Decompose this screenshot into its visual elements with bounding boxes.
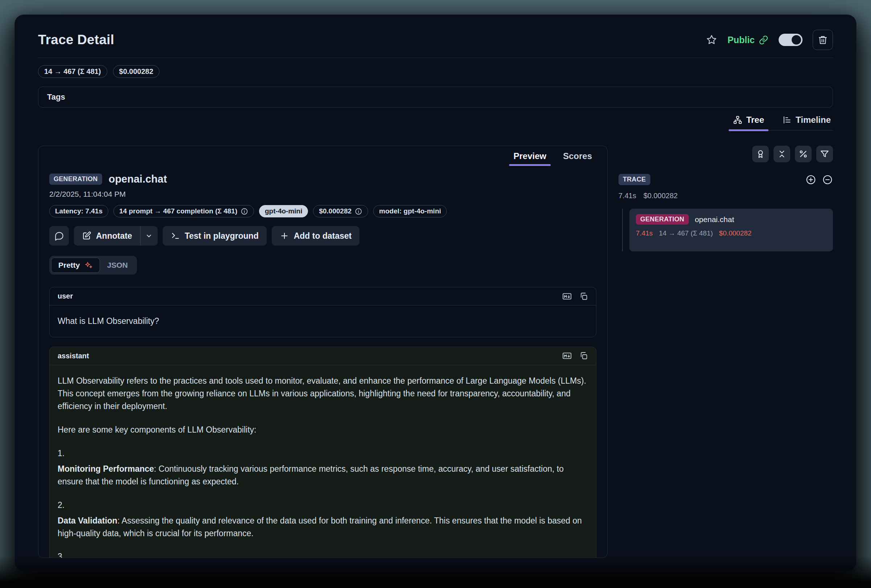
percent-icon xyxy=(799,149,808,159)
trash-icon xyxy=(818,35,828,45)
model-name-badge: model: gpt-4o-mini xyxy=(373,205,447,217)
cost-badge: $0.000282 xyxy=(313,205,368,217)
comment-icon xyxy=(54,231,64,241)
tree-icon xyxy=(733,115,742,125)
fold-vertical-icon xyxy=(777,149,787,159)
annotate-icon xyxy=(82,231,91,241)
observation-type-badge: GENERATION xyxy=(49,174,102,185)
star-icon[interactable] xyxy=(706,34,717,46)
terminal-icon xyxy=(171,231,180,241)
observation-title-row: GENERATION openai.chat xyxy=(49,173,596,185)
latency-badge: Latency: 7.41s xyxy=(49,205,108,217)
panel-tabs: Preview Scores xyxy=(49,146,596,166)
tree-node-wrap: GENERATION openai.chat 7.41s 14 → 467 (Σ… xyxy=(618,209,833,251)
main-content: Preview Scores GENERATION openai.chat 2/… xyxy=(38,146,833,558)
io-section: user What is LLM Observability? xyxy=(49,287,596,558)
tags-label: Tags xyxy=(47,93,65,102)
actions-row: Annotate Test in playground xyxy=(49,226,596,245)
public-link[interactable]: Public xyxy=(727,35,768,45)
tree-branch-line xyxy=(622,209,623,251)
tab-timeline-label: Timeline xyxy=(796,115,831,125)
tree-expand-controls xyxy=(805,174,833,185)
header-actions: Public xyxy=(706,30,833,50)
tab-tree[interactable]: Tree xyxy=(732,112,765,130)
model-pill-badge: gpt-4o-mini xyxy=(259,205,308,217)
annotate-dropdown[interactable] xyxy=(140,226,158,245)
markdown-toggle-icon[interactable] xyxy=(562,351,572,361)
sparkles-icon xyxy=(84,261,93,269)
token-usage-badge: 14 prompt → 467 completion (Σ 481) xyxy=(114,205,254,217)
annotate-button[interactable]: Annotate xyxy=(74,226,140,245)
filter-icon xyxy=(820,149,829,159)
public-toggle[interactable] xyxy=(778,34,802,46)
link-icon xyxy=(759,35,768,45)
public-label: Public xyxy=(727,35,755,45)
node-metrics-row: 7.41s 14 → 467 (Σ 481) $0.000282 xyxy=(636,229,826,237)
node-tokens: 14 → 467 (Σ 481) xyxy=(659,229,713,237)
metrics-toggle-button[interactable] xyxy=(795,146,811,162)
assistant-message-header: assistant xyxy=(49,347,596,365)
view-tabs-row: Tree Timeline xyxy=(38,112,833,130)
trace-tree-panel: TRACE 7.41s $0.000282 GEN xyxy=(618,146,833,558)
assistant-role-label: assistant xyxy=(58,352,89,360)
observation-timestamp: 2/2/2025, 11:04:04 PM xyxy=(49,190,596,199)
trace-row[interactable]: TRACE xyxy=(618,174,833,185)
playground-button[interactable]: Test in playground xyxy=(163,226,267,245)
generation-node[interactable]: GENERATION openai.chat 7.41s 14 → 467 (Σ… xyxy=(629,209,833,251)
token-usage-label: 14 prompt → 467 completion (Σ 481) xyxy=(119,207,237,215)
tab-scores[interactable]: Scores xyxy=(563,151,592,166)
assistant-list-item: Data Validation: Assessing the quality a… xyxy=(58,515,588,540)
header: Trace Detail Public xyxy=(38,28,833,52)
assistant-list-number: 1. xyxy=(58,447,588,460)
chevron-down-icon xyxy=(145,232,153,240)
timeline-icon xyxy=(782,115,792,125)
page-title: Trace Detail xyxy=(38,32,114,48)
format-toggle: Pretty JSON xyxy=(49,256,137,275)
observation-name: openai.chat xyxy=(109,173,167,185)
award-icon xyxy=(756,149,765,159)
minus-circle-icon[interactable] xyxy=(822,174,833,185)
copy-icon[interactable] xyxy=(579,352,588,360)
format-json-label: JSON xyxy=(107,261,128,269)
assistant-list-number: 2. xyxy=(58,499,588,512)
toggle-knob xyxy=(792,35,801,45)
assistant-paragraph: Here are some key components of LLM Obse… xyxy=(58,423,588,436)
add-to-dataset-label: Add to dataset xyxy=(294,231,352,241)
markdown-toggle-icon[interactable] xyxy=(562,291,572,301)
trace-cost-badge: $0.000282 xyxy=(113,65,160,78)
user-message-card: user What is LLM Observability? xyxy=(49,287,596,337)
annotate-split-button: Annotate xyxy=(74,226,158,245)
tags-input[interactable]: Tags xyxy=(38,87,833,108)
info-icon xyxy=(241,208,248,215)
user-role-label: user xyxy=(58,292,73,300)
node-name: openai.chat xyxy=(695,215,735,224)
comment-button[interactable] xyxy=(49,226,69,245)
user-message-body: What is LLM Observability? xyxy=(49,305,596,337)
message-header-icons xyxy=(562,351,588,361)
format-json[interactable]: JSON xyxy=(100,257,135,273)
node-type-badge: GENERATION xyxy=(636,214,689,224)
plus-circle-icon[interactable] xyxy=(805,174,816,185)
delete-trace-button[interactable] xyxy=(813,30,833,50)
header-divider xyxy=(38,58,833,58)
scores-toggle-button[interactable] xyxy=(752,146,769,162)
collapse-all-button[interactable] xyxy=(774,146,790,162)
trace-badge: TRACE xyxy=(618,174,650,185)
tab-timeline[interactable]: Timeline xyxy=(781,112,832,130)
tab-preview[interactable]: Preview xyxy=(513,151,546,166)
tree-controls xyxy=(618,146,833,162)
format-pretty[interactable]: Pretty xyxy=(51,257,100,273)
filter-button[interactable] xyxy=(816,146,833,162)
assistant-paragraphs: LLM Observability refers to the practice… xyxy=(58,375,588,558)
trace-cost: $0.000282 xyxy=(644,192,678,200)
trace-metrics: 7.41s $0.000282 xyxy=(618,192,833,200)
info-icon xyxy=(355,208,362,215)
assistant-list-number: 3. xyxy=(58,550,588,558)
add-to-dataset-button[interactable]: Add to dataset xyxy=(272,226,360,245)
assistant-message-body: LLM Observability refers to the practice… xyxy=(49,365,596,558)
copy-icon[interactable] xyxy=(579,292,588,301)
node-latency: 7.41s xyxy=(636,229,653,237)
cost-label: $0.000282 xyxy=(319,207,352,215)
playground-label: Test in playground xyxy=(185,231,259,241)
observation-meta-badges: Latency: 7.41s 14 prompt → 467 completio… xyxy=(49,205,596,217)
